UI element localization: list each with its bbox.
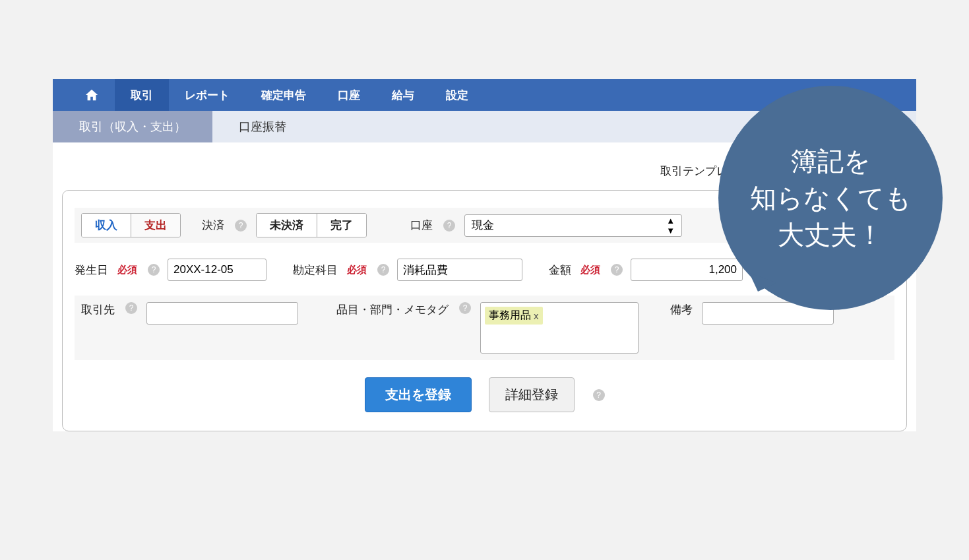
- settle-toggle: 未決済 完了: [256, 213, 367, 237]
- required-badge: 必須: [580, 264, 600, 276]
- nav-item-settings[interactable]: 設定: [430, 79, 484, 111]
- help-icon[interactable]: ?: [459, 302, 471, 314]
- actions-row: 支出を登録 詳細登録 ?: [75, 377, 894, 412]
- tag-chip: 事務用品 x: [485, 307, 543, 325]
- subtab-transfer[interactable]: 口座振替: [212, 111, 313, 142]
- partner-input[interactable]: [146, 302, 298, 325]
- amount-input[interactable]: [631, 259, 743, 281]
- help-icon[interactable]: ?: [611, 264, 623, 276]
- subject-label: 勘定科目: [293, 263, 338, 278]
- done-button[interactable]: 完了: [317, 214, 366, 237]
- chevron-updown-icon: ▲▼: [666, 216, 675, 235]
- bubble-line: 簿記を: [791, 146, 871, 175]
- register-expense-button[interactable]: 支出を登録: [365, 377, 472, 412]
- help-icon[interactable]: ?: [377, 264, 389, 276]
- bubble-line: 知らなくても: [750, 183, 912, 212]
- help-icon[interactable]: ?: [148, 264, 160, 276]
- help-icon[interactable]: ?: [125, 302, 137, 314]
- remark-label: 備考: [670, 302, 693, 317]
- home-icon: [84, 88, 99, 102]
- account-value: 現金: [472, 218, 494, 233]
- tag-remove-icon[interactable]: x: [534, 310, 539, 321]
- amount-label: 金額: [549, 263, 571, 278]
- account-label: 口座: [410, 218, 433, 233]
- nav-item-report[interactable]: レポート: [169, 79, 245, 111]
- help-icon[interactable]: ?: [235, 220, 247, 232]
- type-toggle: 収入 支出: [81, 213, 181, 237]
- help-icon[interactable]: ?: [443, 220, 455, 232]
- pending-button[interactable]: 未決済: [257, 214, 317, 237]
- bubble-line: 大丈夫！: [778, 220, 883, 249]
- partner-label: 取引先: [81, 302, 115, 317]
- required-badge: 必須: [117, 264, 137, 276]
- tags-input[interactable]: 事務用品 x: [480, 302, 639, 354]
- callout-bubble: 簿記を 知らなくても 大丈夫！: [718, 86, 943, 310]
- nav-item-tax[interactable]: 確定申告: [245, 79, 322, 111]
- income-button[interactable]: 収入: [82, 214, 131, 237]
- expense-button[interactable]: 支出: [131, 214, 180, 237]
- tags-label: 品目・部門・メモタグ: [336, 302, 449, 317]
- nav-item-account[interactable]: 口座: [322, 79, 376, 111]
- help-icon[interactable]: ?: [593, 389, 605, 401]
- account-select[interactable]: 現金 ▲▼: [464, 214, 682, 237]
- nav-item-transactions[interactable]: 取引: [115, 79, 169, 111]
- date-input[interactable]: [168, 259, 266, 281]
- subject-input[interactable]: [397, 259, 522, 281]
- nav-home[interactable]: [69, 79, 115, 111]
- subtab-transactions[interactable]: 取引（収入・支出）: [53, 111, 212, 142]
- required-badge: 必須: [347, 264, 367, 276]
- date-label: 発生日: [75, 263, 108, 278]
- settle-label: 決済: [202, 218, 224, 233]
- tag-label: 事務用品: [489, 309, 531, 323]
- detail-register-button[interactable]: 詳細登録: [489, 377, 575, 412]
- form-row-3: 取引先 ? 品目・部門・メモタグ ? 事務用品 x 備考: [75, 296, 894, 360]
- nav-item-payroll[interactable]: 給与: [376, 79, 430, 111]
